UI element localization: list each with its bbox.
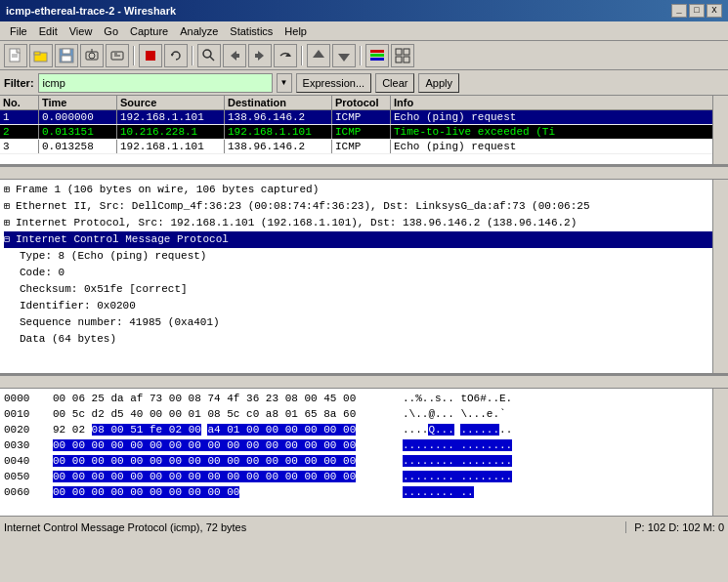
detail-row-frame[interactable]: ⊞ Frame 1 (106 bytes on wire, 106 bytes … xyxy=(4,182,724,198)
header-no: No. xyxy=(0,96,39,109)
detail-row-seqno[interactable]: Sequence number: 41985 (0xa401) xyxy=(4,314,724,331)
window-controls[interactable]: _ □ X xyxy=(671,4,722,18)
svg-marker-23 xyxy=(313,50,324,58)
detail-pane-hscrollbar[interactable] xyxy=(0,375,728,389)
svg-rect-30 xyxy=(396,57,402,62)
menubar-item-help[interactable]: Help xyxy=(278,24,313,38)
svg-rect-14 xyxy=(146,51,155,61)
apply-button[interactable]: Apply xyxy=(418,73,459,93)
forward-button[interactable] xyxy=(248,44,272,67)
svg-point-9 xyxy=(89,53,95,59)
packet-src: 10.216.228.1 xyxy=(117,125,225,139)
packet-proto: ICMP xyxy=(332,140,391,153)
menubar-item-go[interactable]: Go xyxy=(98,24,124,38)
expand-frame-icon[interactable]: ⊞ xyxy=(4,183,16,197)
detail-row-identifier[interactable]: Identifier: 0x0200 xyxy=(4,298,724,314)
expand-ethernet-icon[interactable]: ⊞ xyxy=(4,199,16,214)
down-button[interactable] xyxy=(332,44,356,67)
hex-offset: 0050 xyxy=(4,469,53,484)
packet-list-scrollbar[interactable] xyxy=(712,96,728,164)
svg-rect-19 xyxy=(236,54,239,58)
capture-interfaces-button[interactable] xyxy=(80,44,104,67)
header-destination: Destination xyxy=(225,96,332,109)
packet-info: Time-to-live exceeded (Ti xyxy=(391,125,728,139)
capture-options-button[interactable] xyxy=(106,44,129,67)
detail-row-ip[interactable]: ⊞ Internet Protocol, Src: 192.168.1.101 … xyxy=(4,215,724,231)
expand-icmp-icon[interactable]: ⊟ xyxy=(4,232,16,247)
packet-row[interactable]: 3 0.013258 192.168.1.101 138.96.146.2 IC… xyxy=(0,140,728,154)
packet-time: 0.013258 xyxy=(39,140,117,153)
goto-button[interactable] xyxy=(274,44,297,67)
menubar-item-statistics[interactable]: Statistics xyxy=(224,24,278,38)
menubar-item-file[interactable]: File xyxy=(4,24,33,38)
packet-info: Echo (ping) request xyxy=(391,110,728,124)
svg-rect-27 xyxy=(370,58,384,61)
menubar-item-edit[interactable]: Edit xyxy=(33,24,64,38)
hex-row: 0040 00 00 00 00 00 00 00 00 00 00 00 00… xyxy=(4,453,724,469)
packet-dst: 138.96.146.2 xyxy=(225,110,332,124)
save-button[interactable] xyxy=(55,44,78,67)
hex-offset: 0010 xyxy=(4,406,53,422)
hex-pane: 0000 00 06 25 da af 73 00 08 74 4f 36 23… xyxy=(0,389,728,516)
toolbar-sep-1 xyxy=(133,46,135,65)
packet-list-hscrollbar[interactable] xyxy=(0,166,728,180)
titlebar: icmp-ethereal-trace-2 - Wireshark _ □ X xyxy=(0,0,728,21)
detail-row-checksum[interactable]: Checksum: 0x51fe [correct] xyxy=(4,281,724,298)
svg-rect-29 xyxy=(404,49,409,55)
packet-proto: ICMP xyxy=(332,125,391,139)
menubar-item-view[interactable]: View xyxy=(64,24,99,38)
filter-input[interactable] xyxy=(38,73,273,93)
expand-ip-icon[interactable]: ⊞ xyxy=(4,216,16,230)
detail-row-icmp[interactable]: ⊟ Internet Control Message Protocol xyxy=(4,231,724,248)
expression-button[interactable]: Expression... xyxy=(296,73,372,93)
detail-checksum-text: Checksum: 0x51fe [correct] xyxy=(20,282,188,297)
maximize-button[interactable]: □ xyxy=(689,4,705,18)
packet-no: 1 xyxy=(0,110,39,124)
hex-row: 0010 00 5c d2 d5 40 00 00 01 08 5c c0 a8… xyxy=(4,406,724,422)
packet-row[interactable]: 2 0.013151 10.216.228.1 192.168.1.101 IC… xyxy=(0,125,728,140)
detail-icmp-text: Internet Control Message Protocol xyxy=(16,232,229,247)
detail-row-ethernet[interactable]: ⊞ Ethernet II, Src: DellComp_4f:36:23 (0… xyxy=(4,198,724,215)
back-button[interactable] xyxy=(223,44,246,67)
svg-rect-28 xyxy=(396,49,402,55)
detail-code-text: Code: 0 xyxy=(20,266,64,280)
zoom-button[interactable] xyxy=(391,44,414,67)
svg-rect-4 xyxy=(34,52,40,55)
detail-pane: ⊞ Frame 1 (106 bytes on wire, 106 bytes … xyxy=(0,180,728,375)
hex-ascii: ..%..s.. tO6#..E. xyxy=(403,391,512,406)
packet-proto: ICMP xyxy=(332,110,391,124)
toolbar[interactable] xyxy=(0,41,728,70)
toolbar-sep-4 xyxy=(360,46,362,65)
detail-type-text: Type: 8 (Echo (ping) request) xyxy=(20,249,206,264)
menubar-item-analyze[interactable]: Analyze xyxy=(174,24,224,38)
svg-rect-25 xyxy=(370,50,384,53)
detail-row-code[interactable]: Code: 0 xyxy=(4,265,724,281)
up-button[interactable] xyxy=(307,44,330,67)
detail-row-type[interactable]: Type: 8 (Echo (ping) request) xyxy=(4,248,724,265)
restart-button[interactable] xyxy=(164,44,188,67)
new-button[interactable] xyxy=(4,44,27,67)
hex-bytes: 00 00 00 00 00 00 00 00 00 00 00 00 00 0… xyxy=(53,437,395,453)
detail-row-data[interactable]: Data (64 bytes) xyxy=(4,331,724,348)
close-button[interactable]: X xyxy=(707,4,722,18)
header-source: Source xyxy=(117,96,225,109)
hex-offset: 0060 xyxy=(4,484,53,500)
find-button[interactable] xyxy=(197,44,221,67)
hex-bytes: 92 02 08 00 51 fe 02 00 a4 01 00 00 00 0… xyxy=(53,422,395,437)
toolbar-sep-3 xyxy=(301,46,303,65)
open-button[interactable] xyxy=(29,44,53,67)
minimize-button[interactable]: _ xyxy=(671,4,687,18)
packet-row[interactable]: 1 0.000000 192.168.1.101 138.96.146.2 IC… xyxy=(0,110,728,125)
colorize-button[interactable] xyxy=(365,44,389,67)
packet-info: Echo (ping) request xyxy=(391,140,728,153)
filter-dropdown-button[interactable]: ▼ xyxy=(277,73,292,93)
stop-button[interactable] xyxy=(139,44,162,67)
hex-pane-scrollbar[interactable] xyxy=(712,389,728,516)
detail-pane-scrollbar[interactable] xyxy=(712,180,728,373)
packet-src: 192.168.1.101 xyxy=(117,110,225,124)
packet-list-header: No. Time Source Destination Protocol Inf… xyxy=(0,96,728,110)
hex-row: 0030 00 00 00 00 00 00 00 00 00 00 00 00… xyxy=(4,437,724,453)
menubar-item-capture[interactable]: Capture xyxy=(124,24,174,38)
clear-button[interactable]: Clear xyxy=(375,73,414,93)
menubar[interactable]: FileEditViewGoCaptureAnalyzeStatisticsHe… xyxy=(0,21,728,41)
